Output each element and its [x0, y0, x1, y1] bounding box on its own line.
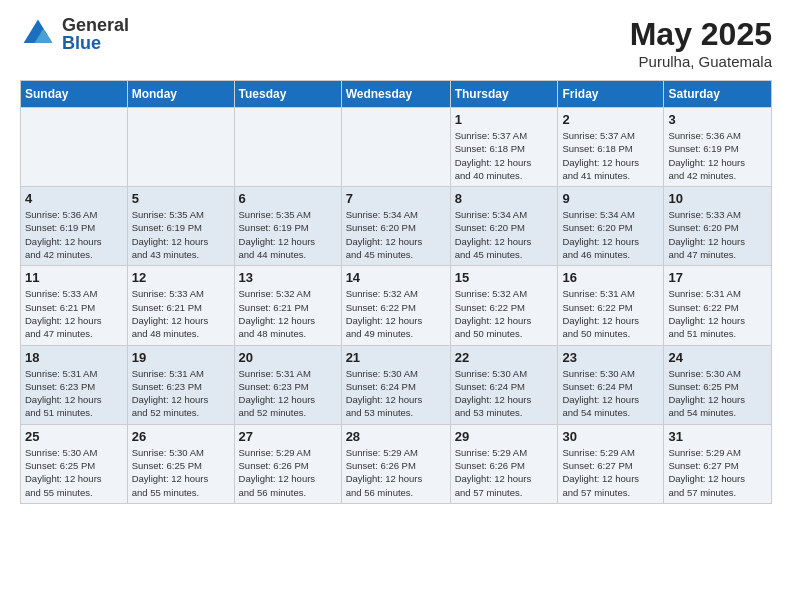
calendar-cell: 11Sunrise: 5:33 AM Sunset: 6:21 PM Dayli… [21, 266, 128, 345]
calendar-cell: 7Sunrise: 5:34 AM Sunset: 6:20 PM Daylig… [341, 187, 450, 266]
day-number: 14 [346, 270, 446, 285]
day-info: Sunrise: 5:36 AM Sunset: 6:19 PM Dayligh… [668, 129, 767, 182]
calendar-cell [127, 108, 234, 187]
day-info: Sunrise: 5:30 AM Sunset: 6:25 PM Dayligh… [132, 446, 230, 499]
day-info: Sunrise: 5:37 AM Sunset: 6:18 PM Dayligh… [455, 129, 554, 182]
day-info: Sunrise: 5:35 AM Sunset: 6:19 PM Dayligh… [239, 208, 337, 261]
week-row-1: 1Sunrise: 5:37 AM Sunset: 6:18 PM Daylig… [21, 108, 772, 187]
calendar-cell: 28Sunrise: 5:29 AM Sunset: 6:26 PM Dayli… [341, 424, 450, 503]
day-info: Sunrise: 5:30 AM Sunset: 6:24 PM Dayligh… [455, 367, 554, 420]
day-info: Sunrise: 5:31 AM Sunset: 6:23 PM Dayligh… [239, 367, 337, 420]
calendar-cell: 1Sunrise: 5:37 AM Sunset: 6:18 PM Daylig… [450, 108, 558, 187]
calendar-cell: 27Sunrise: 5:29 AM Sunset: 6:26 PM Dayli… [234, 424, 341, 503]
day-number: 4 [25, 191, 123, 206]
week-row-4: 18Sunrise: 5:31 AM Sunset: 6:23 PM Dayli… [21, 345, 772, 424]
day-number: 2 [562, 112, 659, 127]
day-info: Sunrise: 5:29 AM Sunset: 6:26 PM Dayligh… [239, 446, 337, 499]
calendar-cell: 6Sunrise: 5:35 AM Sunset: 6:19 PM Daylig… [234, 187, 341, 266]
day-info: Sunrise: 5:34 AM Sunset: 6:20 PM Dayligh… [346, 208, 446, 261]
calendar-cell: 22Sunrise: 5:30 AM Sunset: 6:24 PM Dayli… [450, 345, 558, 424]
day-number: 3 [668, 112, 767, 127]
day-number: 27 [239, 429, 337, 444]
day-info: Sunrise: 5:32 AM Sunset: 6:22 PM Dayligh… [455, 287, 554, 340]
day-info: Sunrise: 5:31 AM Sunset: 6:23 PM Dayligh… [132, 367, 230, 420]
day-number: 24 [668, 350, 767, 365]
calendar-cell: 4Sunrise: 5:36 AM Sunset: 6:19 PM Daylig… [21, 187, 128, 266]
day-info: Sunrise: 5:34 AM Sunset: 6:20 PM Dayligh… [562, 208, 659, 261]
header: General Blue May 2025 Purulha, Guatemala [20, 16, 772, 70]
day-number: 21 [346, 350, 446, 365]
calendar-cell: 31Sunrise: 5:29 AM Sunset: 6:27 PM Dayli… [664, 424, 772, 503]
day-number: 30 [562, 429, 659, 444]
day-info: Sunrise: 5:29 AM Sunset: 6:27 PM Dayligh… [668, 446, 767, 499]
day-number: 22 [455, 350, 554, 365]
week-row-5: 25Sunrise: 5:30 AM Sunset: 6:25 PM Dayli… [21, 424, 772, 503]
day-info: Sunrise: 5:29 AM Sunset: 6:27 PM Dayligh… [562, 446, 659, 499]
header-cell-thursday: Thursday [450, 81, 558, 108]
calendar-cell: 18Sunrise: 5:31 AM Sunset: 6:23 PM Dayli… [21, 345, 128, 424]
calendar-table: SundayMondayTuesdayWednesdayThursdayFrid… [20, 80, 772, 504]
day-number: 15 [455, 270, 554, 285]
day-number: 18 [25, 350, 123, 365]
day-number: 25 [25, 429, 123, 444]
header-cell-saturday: Saturday [664, 81, 772, 108]
day-number: 28 [346, 429, 446, 444]
day-info: Sunrise: 5:29 AM Sunset: 6:26 PM Dayligh… [455, 446, 554, 499]
day-info: Sunrise: 5:30 AM Sunset: 6:25 PM Dayligh… [668, 367, 767, 420]
day-info: Sunrise: 5:30 AM Sunset: 6:24 PM Dayligh… [562, 367, 659, 420]
header-cell-wednesday: Wednesday [341, 81, 450, 108]
day-info: Sunrise: 5:31 AM Sunset: 6:23 PM Dayligh… [25, 367, 123, 420]
day-number: 19 [132, 350, 230, 365]
calendar-cell: 2Sunrise: 5:37 AM Sunset: 6:18 PM Daylig… [558, 108, 664, 187]
day-info: Sunrise: 5:33 AM Sunset: 6:21 PM Dayligh… [25, 287, 123, 340]
calendar-cell: 14Sunrise: 5:32 AM Sunset: 6:22 PM Dayli… [341, 266, 450, 345]
day-number: 5 [132, 191, 230, 206]
title-block: May 2025 Purulha, Guatemala [630, 16, 772, 70]
day-number: 31 [668, 429, 767, 444]
day-number: 1 [455, 112, 554, 127]
calendar-cell: 30Sunrise: 5:29 AM Sunset: 6:27 PM Dayli… [558, 424, 664, 503]
day-number: 6 [239, 191, 337, 206]
week-row-2: 4Sunrise: 5:36 AM Sunset: 6:19 PM Daylig… [21, 187, 772, 266]
calendar-body: 1Sunrise: 5:37 AM Sunset: 6:18 PM Daylig… [21, 108, 772, 504]
day-info: Sunrise: 5:32 AM Sunset: 6:22 PM Dayligh… [346, 287, 446, 340]
calendar-cell: 23Sunrise: 5:30 AM Sunset: 6:24 PM Dayli… [558, 345, 664, 424]
day-number: 8 [455, 191, 554, 206]
day-number: 29 [455, 429, 554, 444]
calendar-header: SundayMondayTuesdayWednesdayThursdayFrid… [21, 81, 772, 108]
calendar-cell: 10Sunrise: 5:33 AM Sunset: 6:20 PM Dayli… [664, 187, 772, 266]
calendar-cell: 20Sunrise: 5:31 AM Sunset: 6:23 PM Dayli… [234, 345, 341, 424]
day-info: Sunrise: 5:32 AM Sunset: 6:21 PM Dayligh… [239, 287, 337, 340]
calendar-cell: 12Sunrise: 5:33 AM Sunset: 6:21 PM Dayli… [127, 266, 234, 345]
calendar-cell: 5Sunrise: 5:35 AM Sunset: 6:19 PM Daylig… [127, 187, 234, 266]
calendar-cell: 13Sunrise: 5:32 AM Sunset: 6:21 PM Dayli… [234, 266, 341, 345]
calendar-cell: 19Sunrise: 5:31 AM Sunset: 6:23 PM Dayli… [127, 345, 234, 424]
calendar-cell: 9Sunrise: 5:34 AM Sunset: 6:20 PM Daylig… [558, 187, 664, 266]
day-number: 13 [239, 270, 337, 285]
day-info: Sunrise: 5:30 AM Sunset: 6:25 PM Dayligh… [25, 446, 123, 499]
logo-icon [20, 16, 56, 52]
logo-general-text: General [62, 16, 129, 34]
month-year-title: May 2025 [630, 16, 772, 53]
header-cell-friday: Friday [558, 81, 664, 108]
calendar-cell: 26Sunrise: 5:30 AM Sunset: 6:25 PM Dayli… [127, 424, 234, 503]
day-number: 12 [132, 270, 230, 285]
day-number: 17 [668, 270, 767, 285]
header-row: SundayMondayTuesdayWednesdayThursdayFrid… [21, 81, 772, 108]
calendar-cell: 25Sunrise: 5:30 AM Sunset: 6:25 PM Dayli… [21, 424, 128, 503]
calendar-cell: 8Sunrise: 5:34 AM Sunset: 6:20 PM Daylig… [450, 187, 558, 266]
day-number: 10 [668, 191, 767, 206]
day-info: Sunrise: 5:35 AM Sunset: 6:19 PM Dayligh… [132, 208, 230, 261]
day-info: Sunrise: 5:33 AM Sunset: 6:20 PM Dayligh… [668, 208, 767, 261]
calendar-cell: 17Sunrise: 5:31 AM Sunset: 6:22 PM Dayli… [664, 266, 772, 345]
calendar-cell: 29Sunrise: 5:29 AM Sunset: 6:26 PM Dayli… [450, 424, 558, 503]
day-info: Sunrise: 5:31 AM Sunset: 6:22 PM Dayligh… [668, 287, 767, 340]
day-info: Sunrise: 5:30 AM Sunset: 6:24 PM Dayligh… [346, 367, 446, 420]
calendar-cell [234, 108, 341, 187]
calendar-cell: 3Sunrise: 5:36 AM Sunset: 6:19 PM Daylig… [664, 108, 772, 187]
location-text: Purulha, Guatemala [630, 53, 772, 70]
logo-text: General Blue [62, 16, 129, 52]
day-info: Sunrise: 5:33 AM Sunset: 6:21 PM Dayligh… [132, 287, 230, 340]
logo-blue-text: Blue [62, 34, 129, 52]
day-number: 9 [562, 191, 659, 206]
